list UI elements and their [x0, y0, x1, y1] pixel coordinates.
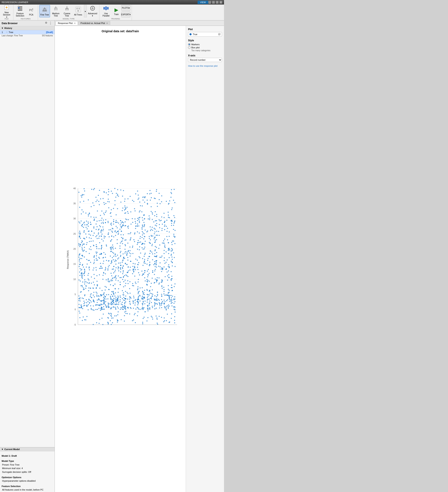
- svg-point-116: [79, 307, 80, 308]
- predicted-actual-tab-close[interactable]: ✕: [106, 22, 108, 24]
- svg-point-278: [91, 309, 92, 310]
- svg-point-146: [81, 275, 82, 276]
- medium-tree-button[interactable]: Medium Tree: [51, 5, 61, 17]
- advanced-button[interactable]: Advanced ▾: [87, 5, 98, 17]
- svg-point-238: [86, 299, 87, 300]
- svg-point-532: [105, 236, 106, 237]
- svg-point-237: [85, 213, 86, 214]
- svg-point-876: [122, 240, 123, 241]
- svg-point-1010: [129, 296, 130, 297]
- svg-point-1498: [162, 301, 163, 302]
- svg-point-567: [108, 266, 109, 267]
- help-btn[interactable]: ?: [216, 1, 219, 4]
- svg-point-678: [112, 252, 113, 253]
- plot-indicator: True ☑: [188, 32, 222, 37]
- features-count: 5/5 features: [42, 34, 53, 37]
- use-parallel-button[interactable]: Use Parallel: [101, 5, 111, 17]
- sidebar-drag-handle[interactable]: ⋮: [49, 21, 52, 25]
- response-plot-tab[interactable]: Response Plot ✕: [56, 21, 78, 25]
- help-link[interactable]: How to use the response plot: [188, 64, 222, 68]
- svg-point-682: [113, 221, 114, 222]
- model-type-more-button[interactable]: ▸: [84, 5, 87, 17]
- svg-point-176: [84, 319, 85, 320]
- pca-button[interactable]: PC A PCA: [26, 5, 37, 17]
- svg-point-1320: [149, 309, 150, 310]
- sidebar-pin-icon[interactable]: ⊙: [45, 21, 47, 25]
- svg-point-9: [18, 9, 20, 10]
- svg-point-263: [88, 287, 89, 288]
- predicted-actual-tab[interactable]: Predicted vs. Actual Plot ✕: [78, 21, 110, 25]
- current-model-header[interactable]: ▼ Current Model: [0, 447, 54, 451]
- svg-point-1089: [137, 299, 138, 300]
- svg-point-1656: [172, 262, 173, 263]
- svg-point-449: [100, 266, 101, 267]
- minimize-btn[interactable]: _: [208, 1, 211, 4]
- markers-option[interactable]: Markers: [188, 43, 222, 46]
- svg-point-322: [94, 292, 94, 293]
- svg-point-1404: [155, 240, 156, 241]
- markers-radio[interactable]: [188, 43, 190, 46]
- box-plot-option[interactable]: Box plot: [188, 46, 222, 49]
- style-section: Style Markers Box plot Too many categori…: [188, 39, 222, 52]
- optimizer-label: Optimizer Options: [2, 476, 53, 479]
- history-item-star[interactable]: ☆: [6, 31, 8, 33]
- svg-point-372: [96, 224, 97, 225]
- fine-tree-button[interactable]: Fine Tree: [39, 5, 50, 17]
- scatter-plot-svg: 40 35 30 25 20 15 10 5 0: [65, 184, 181, 337]
- svg-point-937: [124, 209, 125, 210]
- svg-point-683: [113, 293, 114, 294]
- svg-point-240: [85, 319, 86, 320]
- close-btn[interactable]: ✕: [219, 1, 222, 4]
- svg-point-381: [95, 252, 96, 253]
- all-trees-button[interactable]: All Trees: [73, 5, 83, 17]
- svg-point-382: [97, 304, 98, 305]
- svg-point-1032: [134, 239, 135, 240]
- svg-point-1245: [145, 280, 146, 281]
- svg-point-92: [78, 256, 79, 257]
- plots-button[interactable]: PLOTS ▾: [121, 5, 130, 11]
- view-tab[interactable]: VIEW: [198, 1, 208, 4]
- svg-point-522: [104, 269, 106, 271]
- feature-selection-button[interactable]: Feature Selection: [15, 5, 25, 17]
- svg-point-550: [106, 294, 107, 295]
- svg-point-1647: [170, 197, 172, 198]
- train-button[interactable]: ▶ Train: [112, 7, 121, 15]
- box-plot-radio[interactable]: [188, 46, 190, 49]
- svg-point-93: [79, 259, 80, 260]
- svg-point-1515: [161, 286, 162, 287]
- coarse-tree-button[interactable]: Coarse Tree: [62, 5, 72, 17]
- svg-point-1335: [152, 270, 153, 271]
- svg-point-1468: [159, 193, 160, 194]
- svg-point-640: [110, 224, 111, 225]
- svg-point-241: [88, 290, 89, 291]
- maximize-btn[interactable]: □: [212, 1, 215, 4]
- svg-point-1525: [164, 320, 165, 321]
- svg-point-1547: [164, 318, 165, 318]
- svg-point-1402: [154, 282, 155, 283]
- features-group-content: Feature Selection PC A PCA: [15, 5, 37, 17]
- svg-point-1353: [151, 297, 152, 298]
- svg-point-1161: [142, 323, 143, 324]
- svg-point-853: [122, 262, 123, 263]
- min-leaf-line: Minimum leaf size: 4: [2, 467, 53, 470]
- svg-point-1370: [154, 261, 155, 262]
- xaxis-select[interactable]: Record number: [188, 58, 222, 62]
- plot-check[interactable]: ☑: [218, 33, 220, 36]
- svg-point-1014: [133, 201, 134, 202]
- svg-point-1557: [167, 280, 168, 281]
- svg-point-165: [81, 277, 83, 278]
- svg-text:-5: -5: [74, 323, 76, 326]
- svg-point-841: [120, 224, 121, 225]
- svg-point-1250: [147, 299, 148, 300]
- history-item[interactable]: 1 ☆ Tree [Draft]: [0, 30, 54, 34]
- svg-point-475: [103, 223, 104, 224]
- svg-point-1545: [165, 276, 166, 277]
- new-session-button[interactable]: New Session ▾: [1, 5, 12, 17]
- svg-point-1412: [156, 318, 157, 318]
- svg-point-420: [99, 242, 100, 243]
- svg-point-159: [81, 273, 82, 274]
- export-button[interactable]: EXPORT ▾: [121, 11, 130, 17]
- history-header[interactable]: ▼ History: [0, 26, 54, 30]
- response-plot-tab-close[interactable]: ✕: [74, 22, 76, 24]
- svg-point-351: [95, 201, 96, 202]
